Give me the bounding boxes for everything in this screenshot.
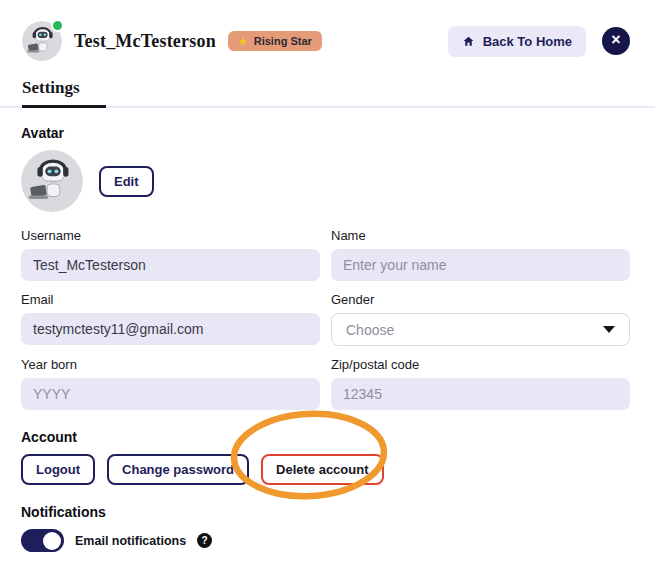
- user-identity: Test_McTesterson ★ Rising Star: [22, 21, 322, 61]
- back-to-home-label: Back To Home: [483, 34, 572, 49]
- name-input[interactable]: [331, 249, 630, 281]
- home-icon: [462, 35, 475, 48]
- tab-settings[interactable]: Settings: [22, 78, 106, 108]
- account-section: Account Logout Change password Delete ac…: [0, 429, 655, 485]
- gender-selected-value: Choose: [346, 322, 394, 338]
- email-input[interactable]: [21, 313, 320, 345]
- email-field-group: Email: [21, 292, 320, 346]
- chevron-down-icon: [603, 326, 615, 333]
- profile-settings-panel: Test_McTesterson ★ Rising Star Back To H…: [0, 0, 655, 564]
- change-password-button[interactable]: Change password: [107, 454, 249, 485]
- account-section-title: Account: [21, 429, 630, 445]
- email-notifications-toggle[interactable]: [21, 529, 64, 552]
- gender-label: Gender: [331, 292, 630, 307]
- name-label: Name: [331, 228, 630, 243]
- avatar-section-title: Avatar: [21, 125, 630, 141]
- edit-avatar-button[interactable]: Edit: [99, 166, 154, 197]
- header-actions: Back To Home ×: [448, 26, 630, 57]
- username-field-group: Username: [21, 228, 320, 281]
- avatar-section: Avatar Edit: [0, 125, 655, 212]
- gender-select[interactable]: Choose: [331, 313, 630, 346]
- email-notifications-label: Email notifications: [75, 534, 186, 548]
- robot-avatar-image: [21, 150, 83, 212]
- logout-button[interactable]: Logout: [21, 454, 95, 485]
- close-icon: ×: [611, 32, 620, 48]
- profile-form: Username Name Email Gender Choose Year b…: [0, 228, 655, 410]
- delete-account-button[interactable]: Delete account: [261, 454, 383, 485]
- year-born-input[interactable]: [21, 378, 320, 410]
- username-label: Username: [21, 228, 320, 243]
- rising-star-badge: ★ Rising Star: [228, 31, 322, 51]
- toggle-knob: [43, 532, 61, 550]
- year-born-field-group: Year born: [21, 357, 320, 410]
- help-icon[interactable]: ?: [197, 533, 212, 548]
- online-status-dot: [51, 19, 64, 32]
- back-to-home-button[interactable]: Back To Home: [448, 26, 586, 57]
- star-icon: ★: [238, 36, 248, 47]
- email-label: Email: [21, 292, 320, 307]
- close-button[interactable]: ×: [602, 27, 630, 55]
- zip-input[interactable]: [331, 378, 630, 410]
- header: Test_McTesterson ★ Rising Star Back To H…: [0, 0, 655, 62]
- badge-label: Rising Star: [254, 35, 312, 47]
- zip-label: Zip/postal code: [331, 357, 630, 372]
- tab-bar: Settings: [0, 78, 655, 108]
- user-avatar: [22, 21, 62, 61]
- profile-username: Test_McTesterson: [74, 31, 216, 52]
- name-field-group: Name: [331, 228, 630, 281]
- notifications-section: Notifications Email notifications ?: [0, 504, 655, 552]
- year-born-label: Year born: [21, 357, 320, 372]
- gender-field-group: Gender Choose: [331, 292, 630, 346]
- username-input[interactable]: [21, 249, 320, 281]
- notifications-section-title: Notifications: [21, 504, 630, 520]
- zip-field-group: Zip/postal code: [331, 357, 630, 410]
- profile-avatar-image: [21, 150, 83, 212]
